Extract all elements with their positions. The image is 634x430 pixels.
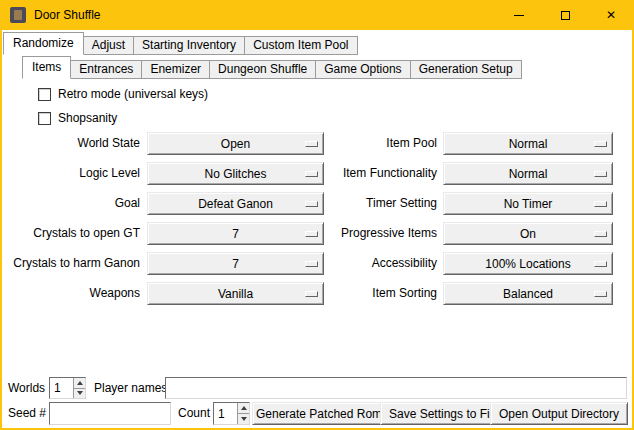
logic-level-label: Logic Level [2,162,140,185]
dropdown-value: No Glitches [204,167,266,181]
spinner-up-button[interactable] [238,403,249,413]
worlds-label: Worlds [8,377,45,399]
tab-items[interactable]: Items [22,56,71,79]
dropdown-value: Normal [509,137,548,151]
generate-patched-rom-button[interactable]: Generate Patched Rom [252,402,386,425]
crystals-harm-ganon-label: Crystals to harm Ganon [2,252,140,275]
count-spinner[interactable]: 1 [213,402,250,425]
dropdown-indicator-icon [594,231,607,237]
maximize-button[interactable] [542,0,588,30]
player-names-label: Player names [94,377,167,399]
window-title: Door Shuffle [34,8,101,22]
item-pool-dropdown[interactable]: Normal [443,132,613,155]
spinner-arrows [73,378,85,398]
checkbox-box-icon [38,88,51,101]
triangle-down-icon [77,391,83,395]
inner-tab-bar: Items Entrances Enemizer Dungeon Shuffle… [22,56,521,79]
outer-tab-bar: Randomize Adjust Starting Inventory Cust… [3,32,357,55]
maximize-icon [561,11,570,20]
item-sorting-dropdown[interactable]: Balanced [443,282,613,305]
spinner-down-button[interactable] [74,388,85,399]
dropdown-value: 7 [232,257,239,271]
tab-adjust[interactable]: Adjust [83,36,134,55]
goal-label: Goal [2,192,140,215]
tab-entrances[interactable]: Entrances [70,60,142,79]
dropdown-value: On [520,227,536,241]
open-output-directory-button[interactable]: Open Output Directory [490,402,628,425]
dropdown-indicator-icon [594,141,607,147]
shopsanity-checkbox[interactable]: Shopsanity [38,111,117,125]
world-state-label: World State [2,132,140,155]
spinner-up-button[interactable] [74,378,85,388]
dropdown-value: No Timer [504,197,553,211]
triangle-up-icon [77,381,83,385]
item-sorting-label: Item Sorting [297,282,437,305]
dropdown-indicator-icon [594,201,607,207]
spinner-value: 1 [214,403,237,424]
tab-enemizer[interactable]: Enemizer [141,60,210,79]
spinner-arrows [237,403,249,424]
progressive-items-label: Progressive Items [297,222,437,245]
progressive-items-dropdown[interactable]: On [443,222,613,245]
timer-setting-dropdown[interactable]: No Timer [443,192,613,215]
dropdown-value: 7 [232,227,239,241]
spinner-down-button[interactable] [238,413,249,424]
accessibility-dropdown[interactable]: 100% Locations [443,252,613,275]
seed-label: Seed # [8,402,46,425]
weapons-label: Weapons [2,282,140,305]
dropdown-value: Defeat Ganon [198,197,273,211]
dropdown-indicator-icon [594,291,607,297]
dropdown-value: Balanced [503,287,553,301]
worlds-spinner[interactable]: 1 [49,377,86,399]
triangle-down-icon [241,417,247,421]
spinner-value: 1 [50,378,73,398]
player-names-input[interactable] [165,377,627,399]
tab-generation-setup[interactable]: Generation Setup [410,60,522,79]
window-content: Randomize Adjust Starting Inventory Cust… [2,30,632,428]
close-icon: ✕ [606,9,616,21]
item-pool-label: Item Pool [297,132,437,155]
retro-mode-checkbox[interactable]: Retro mode (universal keys) [38,87,208,101]
count-label: Count [178,402,210,425]
crystals-open-gt-label: Crystals to open GT [2,222,140,245]
window-controls: ✕ [496,0,634,30]
minimize-button[interactable] [496,0,542,30]
dropdown-value: Normal [509,167,548,181]
tab-game-options[interactable]: Game Options [315,60,410,79]
timer-setting-label: Timer Setting [297,192,437,215]
minimize-icon [514,15,524,16]
app-icon[interactable] [10,7,26,23]
tab-custom-item-pool[interactable]: Custom Item Pool [244,36,357,55]
dropdown-value: 100% Locations [485,257,570,271]
checkbox-box-icon [38,112,51,125]
triangle-up-icon [241,406,247,410]
accessibility-label: Accessibility [297,252,437,275]
item-functionality-label: Item Functionality [297,162,437,185]
titlebar[interactable]: Door Shuffle ✕ [0,0,634,30]
tab-starting-inventory[interactable]: Starting Inventory [133,36,245,55]
close-button[interactable]: ✕ [588,0,634,30]
seed-input[interactable] [49,402,171,425]
dropdown-value: Open [221,137,250,151]
dropdown-indicator-icon [594,261,607,267]
tab-dungeon-shuffle[interactable]: Dungeon Shuffle [209,60,316,79]
checkbox-label: Retro mode (universal keys) [58,87,208,101]
item-functionality-dropdown[interactable]: Normal [443,162,613,185]
dropdown-indicator-icon [594,171,607,177]
checkbox-label: Shopsanity [58,111,117,125]
dropdown-value: Vanilla [218,287,253,301]
app-window: Door Shuffle ✕ Randomize Adjust Starting… [0,0,634,430]
save-settings-button[interactable]: Save Settings to File [380,402,508,425]
tab-randomize[interactable]: Randomize [3,32,84,55]
